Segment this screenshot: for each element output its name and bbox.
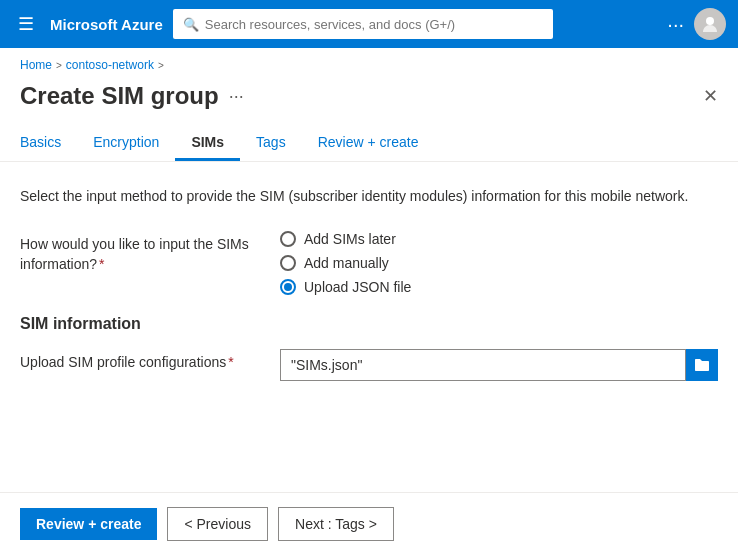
breadcrumb: Home > contoso-network > bbox=[0, 48, 738, 78]
radio-upload-json[interactable]: Upload JSON file bbox=[280, 279, 411, 295]
review-create-button[interactable]: Review + create bbox=[20, 508, 157, 540]
tab-basics[interactable]: Basics bbox=[20, 126, 77, 161]
content-area: Select the input method to provide the S… bbox=[0, 162, 738, 421]
file-upload-control bbox=[280, 349, 718, 381]
breadcrumb-home[interactable]: Home bbox=[20, 58, 52, 72]
sim-radio-group: Add SIMs later Add manually Upload JSON … bbox=[280, 231, 411, 295]
page-title: Create SIM group bbox=[20, 82, 219, 110]
file-browse-button[interactable] bbox=[686, 349, 718, 381]
tab-review-create[interactable]: Review + create bbox=[302, 126, 435, 161]
radio-add-manually-input[interactable] bbox=[280, 255, 296, 271]
folder-icon bbox=[694, 358, 710, 372]
tabs: Basics Encryption SIMs Tags Review + cre… bbox=[0, 110, 738, 162]
radio-add-manually-label: Add manually bbox=[304, 255, 389, 271]
next-button[interactable]: Next : Tags > bbox=[278, 507, 394, 541]
page-header: Create SIM group ··· ✕ bbox=[0, 78, 738, 110]
sim-information-title: SIM information bbox=[20, 315, 718, 333]
tab-encryption[interactable]: Encryption bbox=[77, 126, 175, 161]
svg-point-0 bbox=[706, 17, 714, 25]
nav-more-icon[interactable]: ··· bbox=[667, 13, 684, 36]
tab-tags[interactable]: Tags bbox=[240, 126, 302, 161]
breadcrumb-network[interactable]: contoso-network bbox=[66, 58, 154, 72]
page-options-icon[interactable]: ··· bbox=[229, 86, 244, 107]
breadcrumb-sep-1: > bbox=[56, 60, 62, 71]
radio-add-later[interactable]: Add SIMs later bbox=[280, 231, 411, 247]
search-box[interactable]: 🔍 bbox=[173, 9, 553, 39]
close-button[interactable]: ✕ bbox=[703, 85, 718, 107]
radio-add-later-label: Add SIMs later bbox=[304, 231, 396, 247]
top-nav: ☰ Microsoft Azure 🔍 ··· bbox=[0, 0, 738, 48]
file-input[interactable] bbox=[280, 349, 686, 381]
radio-upload-json-input[interactable] bbox=[280, 279, 296, 295]
hamburger-icon[interactable]: ☰ bbox=[12, 9, 40, 39]
tab-sims[interactable]: SIMs bbox=[175, 126, 240, 161]
description-text: Select the input method to provide the S… bbox=[20, 186, 718, 207]
app-title: Microsoft Azure bbox=[50, 16, 163, 33]
breadcrumb-sep-2: > bbox=[158, 60, 164, 71]
radio-add-later-input[interactable] bbox=[280, 231, 296, 247]
sim-input-label: How would you like to input the SIMs inf… bbox=[20, 231, 280, 274]
upload-profile-label: Upload SIM profile configurations* bbox=[20, 349, 280, 373]
radio-upload-json-label: Upload JSON file bbox=[304, 279, 411, 295]
sim-input-method-row: How would you like to input the SIMs inf… bbox=[20, 231, 718, 295]
upload-profile-row: Upload SIM profile configurations* bbox=[20, 349, 718, 381]
upload-required-indicator: * bbox=[228, 354, 233, 370]
avatar[interactable] bbox=[694, 8, 726, 40]
sim-information-section: SIM information Upload SIM profile confi… bbox=[20, 315, 718, 381]
radio-add-manually[interactable]: Add manually bbox=[280, 255, 411, 271]
search-icon: 🔍 bbox=[183, 17, 199, 32]
page-title-row: Create SIM group ··· bbox=[20, 82, 244, 110]
footer: Review + create < Previous Next : Tags > bbox=[0, 492, 738, 555]
nav-right: ··· bbox=[667, 8, 726, 40]
required-indicator: * bbox=[99, 256, 104, 272]
search-input[interactable] bbox=[205, 17, 543, 32]
previous-button[interactable]: < Previous bbox=[167, 507, 268, 541]
